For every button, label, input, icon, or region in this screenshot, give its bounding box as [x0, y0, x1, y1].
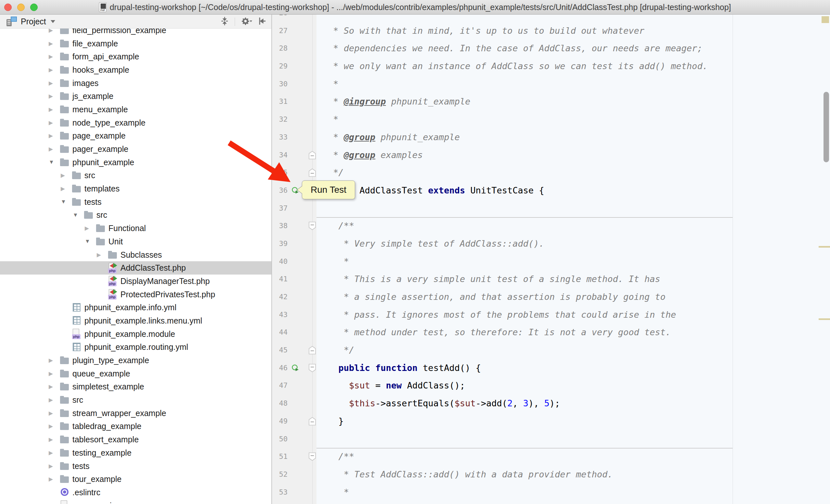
code-line-50[interactable]: 50 [272, 430, 830, 448]
code-line-41[interactable]: 41 * This is a very simple unit test of … [272, 270, 830, 288]
tree-item-addclasstest-php[interactable]: phpAddClassTest.php [0, 261, 272, 274]
code-line-43[interactable]: 43 * pass. It ignores most of the proble… [272, 306, 830, 324]
code-line-44[interactable]: 44 * method under test, so therefore: It… [272, 324, 830, 341]
tree-item--eslintrc[interactable]: .eslintrc [0, 486, 272, 499]
tree-item-tour-example[interactable]: ▶tour_example [0, 472, 272, 486]
code-line-33[interactable]: 33 * @group phpunit_example [272, 129, 830, 146]
expand-arrow-icon[interactable]: ▶ [85, 225, 89, 232]
code-line-47[interactable]: 47 $sut = new AddClass(); [272, 377, 830, 395]
code-line-28[interactable]: 28 * dependencies we need. In the case o… [272, 40, 830, 58]
expand-arrow-icon[interactable]: ▶ [49, 106, 53, 113]
stripe-marker-top[interactable] [822, 16, 829, 23]
expand-arrow-icon[interactable]: ▶ [61, 185, 65, 192]
zoom-button[interactable] [30, 4, 38, 11]
code-line-38[interactable]: 38 /** [272, 217, 830, 235]
code-line-51[interactable]: 51 /** [272, 448, 830, 466]
tree-item-stream-wrapper-example[interactable]: ▶stream_wrapper_example [0, 407, 272, 420]
settings-gear-icon[interactable] [240, 16, 253, 27]
collapse-arrow-icon[interactable]: ▼ [49, 159, 54, 166]
expand-arrow-icon[interactable]: ▶ [49, 449, 53, 456]
code-line-29[interactable]: 29 * we only want an instance of AddClas… [272, 58, 830, 75]
code-line-37[interactable]: 37 [272, 200, 830, 217]
expand-arrow-icon[interactable]: ▶ [49, 120, 53, 126]
code-line-48[interactable]: 48 $this->assertEquals($sut->add(2, 3), … [272, 395, 830, 412]
expand-arrow-icon[interactable]: ▶ [49, 370, 53, 377]
code-line-46[interactable]: 46 public function testAdd() { [272, 359, 830, 377]
tree-item-composer-json[interactable]: {}composer.json [0, 499, 272, 504]
tree-item-displaymanagertest-php[interactable]: phpDisplayManagerTest.php [0, 274, 272, 288]
tree-item-tests[interactable]: ▶tests [0, 460, 272, 473]
code-line-26[interactable]: 26 [272, 14, 830, 22]
expand-arrow-icon[interactable]: ▶ [49, 463, 53, 470]
scroll-from-source-icon[interactable] [220, 16, 229, 27]
code-line-32[interactable]: 32 * [272, 111, 830, 129]
tree-item-queue-example[interactable]: ▶queue_example [0, 367, 272, 380]
expand-arrow-icon[interactable]: ▶ [49, 423, 53, 430]
expand-arrow-icon[interactable]: ▶ [49, 357, 53, 364]
tree-item-phpunit-example[interactable]: ▼phpunit_example [0, 156, 272, 169]
tree-item-src[interactable]: ▶src [0, 393, 272, 407]
tree-item-plugin-type-example[interactable]: ▶plugin_type_example [0, 354, 272, 367]
collapse-arrow-icon[interactable]: ▼ [73, 212, 78, 219]
code-line-53[interactable]: 53 * [272, 483, 830, 501]
chevron-down-icon[interactable] [51, 20, 55, 23]
collapse-arrow-icon[interactable]: ▼ [85, 238, 90, 245]
code-line-27[interactable]: 27 * So with that in mind, it's up to us… [272, 22, 830, 40]
tree-item-page-example[interactable]: ▶page_example [0, 130, 272, 143]
code-line-52[interactable]: 52 * Test AddClass::add() with a data pr… [272, 466, 830, 483]
tree-item-src[interactable]: ▼src [0, 209, 272, 222]
code-line-40[interactable]: 40 * [272, 253, 830, 271]
tree-item-phpunit-example-info-yml[interactable]: phpunit_example.info.yml [0, 301, 272, 314]
expand-arrow-icon[interactable]: ▶ [61, 172, 65, 179]
tree-item-hooks-example[interactable]: ▶hooks_example [0, 63, 272, 76]
code-line-36[interactable]: 36class AddClassTest extends UnitTestCas… [272, 182, 830, 200]
expand-arrow-icon[interactable]: ▶ [49, 40, 53, 47]
collapse-arrow-icon[interactable]: ▼ [61, 199, 66, 205]
code-line-54[interactable]: 54 * This method is very similar to test… [272, 501, 830, 504]
tree-item-file-example[interactable]: ▶file_example [0, 37, 272, 50]
tree-item-src[interactable]: ▶src [0, 169, 272, 182]
fold-marker-icon[interactable] [309, 417, 316, 427]
tree-item-tabledrag-example[interactable]: ▶tabledrag_example [0, 420, 272, 433]
tree-item-form-api-example[interactable]: ▶form_api_example [0, 50, 272, 63]
code-line-31[interactable]: 31 * @ingroup phpunit_example [272, 93, 830, 111]
expand-arrow-icon[interactable]: ▶ [49, 80, 53, 87]
tree-item-menu-example[interactable]: ▶menu_example [0, 103, 272, 116]
expand-arrow-icon[interactable]: ▶ [49, 410, 53, 417]
fold-marker-icon[interactable] [309, 222, 316, 231]
expand-arrow-icon[interactable]: ▶ [49, 132, 53, 139]
fold-marker-icon[interactable] [309, 364, 316, 373]
code-line-49[interactable]: 49 } [272, 412, 830, 430]
fold-marker-icon[interactable] [309, 452, 316, 462]
tree-item-node-type-example[interactable]: ▶node_type_example [0, 116, 272, 130]
tree-item-protectedprivatestest-php[interactable]: phpProtectedPrivatesTest.php [0, 288, 272, 301]
stripe-marker-mid[interactable] [819, 246, 830, 247]
tree-item-unit[interactable]: ▼Unit [0, 235, 272, 248]
editor-scrollbar-thumb[interactable] [824, 92, 829, 162]
tree-item-tablesort-example[interactable]: ▶tablesort_example [0, 433, 272, 446]
hide-panel-icon[interactable] [258, 16, 267, 27]
code-line-30[interactable]: 30 * [272, 75, 830, 93]
run-test-tooltip[interactable]: Run Test [302, 180, 355, 199]
stripe-marker-low[interactable] [819, 318, 830, 320]
code-line-35[interactable]: 35 */ [272, 164, 830, 182]
code-line-34[interactable]: 34 * @group examples [272, 146, 830, 164]
expand-arrow-icon[interactable]: ▶ [49, 146, 53, 153]
expand-arrow-icon[interactable]: ▶ [49, 436, 53, 443]
close-button[interactable] [4, 4, 12, 11]
tree-item-phpunit-example-routing-yml[interactable]: phpunit_example.routing.yml [0, 341, 272, 354]
fold-marker-icon[interactable] [309, 151, 316, 161]
tree-item-js-example[interactable]: ▶js_example [0, 90, 272, 103]
minimize-button[interactable] [17, 4, 25, 11]
run-test-gutter-icon[interactable] [291, 364, 299, 373]
expand-arrow-icon[interactable]: ▶ [49, 397, 53, 403]
tree-item-images[interactable]: ▶images [0, 76, 272, 90]
tree-item-phpunit-example-links-menu-yml[interactable]: phpunit_example.links.menu.yml [0, 314, 272, 328]
tree-item-subclasses[interactable]: ▶Subclasses [0, 248, 272, 262]
fold-marker-icon[interactable] [309, 346, 316, 356]
tree-item-templates[interactable]: ▶templates [0, 182, 272, 195]
expand-arrow-icon[interactable]: ▶ [49, 383, 53, 390]
expand-arrow-icon[interactable]: ▶ [49, 53, 53, 60]
code-line-45[interactable]: 45 */ [272, 341, 830, 359]
code-line-39[interactable]: 39 * Very simple test of AddClass::add()… [272, 235, 830, 253]
